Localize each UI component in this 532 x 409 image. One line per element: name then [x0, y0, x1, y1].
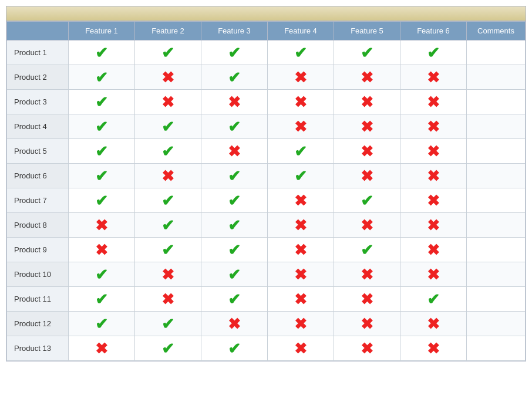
- header-product: [7, 22, 69, 40]
- cross-icon: [361, 119, 373, 134]
- cell-row5-col2: [135, 139, 201, 164]
- product-label: Product 1: [7, 40, 69, 65]
- cell-row4-col3: [201, 114, 268, 139]
- cell-row8-col2: [135, 213, 201, 238]
- cross-icon: [228, 316, 241, 332]
- cross-icon: [427, 94, 440, 110]
- cell-row10-col1: [69, 262, 135, 287]
- header-feature6: Feature 6: [400, 22, 467, 40]
- check-icon: [95, 119, 108, 134]
- cell-row3-col2: [135, 90, 201, 114]
- cross-icon: [95, 341, 108, 356]
- cell-row11-col3: [201, 287, 268, 312]
- cross-icon: [427, 341, 440, 356]
- comments-cell: [467, 213, 526, 238]
- cross-icon: [361, 218, 373, 233]
- cell-row7-col6: [400, 188, 467, 213]
- comments-cell: [467, 238, 526, 262]
- cell-row13-col4: [268, 336, 334, 361]
- check-icon: [95, 45, 108, 60]
- cross-icon: [294, 119, 307, 134]
- cross-icon: [427, 70, 440, 85]
- cell-row1-col6: [400, 40, 467, 65]
- cell-row6-col6: [400, 164, 467, 188]
- cross-icon: [361, 144, 373, 159]
- chart-wrapper: Feature 1 Feature 2 Feature 3 Feature 4 …: [6, 6, 526, 361]
- cell-row9-col3: [201, 238, 268, 262]
- check-icon: [228, 193, 241, 208]
- cell-row8-col3: [201, 213, 268, 238]
- check-icon: [228, 242, 241, 258]
- header-feature3: Feature 3: [201, 22, 268, 40]
- comments-cell: [467, 90, 526, 114]
- check-icon: [294, 144, 307, 159]
- cell-row8-col5: [334, 213, 400, 238]
- cell-row6-col2: [135, 164, 201, 188]
- check-icon: [228, 119, 241, 134]
- comments-cell: [467, 312, 526, 336]
- cross-icon: [161, 70, 174, 85]
- product-label: Product 6: [7, 164, 69, 188]
- cross-icon: [361, 316, 373, 332]
- cross-icon: [161, 168, 174, 184]
- check-icon: [161, 341, 174, 356]
- comments-cell: [467, 114, 526, 139]
- check-icon: [161, 144, 174, 159]
- cell-row4-col2: [135, 114, 201, 139]
- cell-row12-col5: [334, 312, 400, 336]
- cell-row10-col3: [201, 262, 268, 287]
- cross-icon: [294, 341, 307, 356]
- cell-row13-col5: [334, 336, 400, 361]
- table-row: Product 2: [7, 65, 526, 90]
- cell-row2-col5: [334, 65, 400, 90]
- table-row: Product 5: [7, 139, 526, 164]
- cell-row9-col1: [69, 238, 135, 262]
- table-row: Product 12: [7, 312, 526, 336]
- table-row: Product 1: [7, 40, 526, 65]
- cross-icon: [361, 94, 373, 110]
- cell-row6-col1: [69, 164, 135, 188]
- cell-row3-col1: [69, 90, 135, 114]
- product-label: Product 2: [7, 65, 69, 90]
- cross-icon: [228, 144, 241, 159]
- header-comments: Comments: [467, 22, 526, 40]
- product-label: Product 10: [7, 262, 69, 287]
- check-icon: [228, 292, 241, 307]
- cell-row4-col4: [268, 114, 334, 139]
- table-row: Product 4: [7, 114, 526, 139]
- cell-row5-col4: [268, 139, 334, 164]
- cell-row13-col6: [400, 336, 467, 361]
- cross-icon: [161, 267, 174, 282]
- cell-row7-col4: [268, 188, 334, 213]
- cell-row1-col1: [69, 40, 135, 65]
- cell-row12-col6: [400, 312, 467, 336]
- cross-icon: [427, 144, 440, 159]
- table-row: Product 8: [7, 213, 526, 238]
- cell-row1-col5: [334, 40, 400, 65]
- comments-cell: [467, 40, 526, 65]
- cross-icon: [361, 341, 373, 356]
- check-icon: [95, 168, 108, 184]
- cell-row3-col5: [334, 90, 400, 114]
- check-icon: [161, 45, 174, 60]
- comparison-table: Feature 1 Feature 2 Feature 3 Feature 4 …: [6, 21, 526, 361]
- check-icon: [294, 168, 307, 184]
- cross-icon: [294, 292, 307, 307]
- header-row: Feature 1 Feature 2 Feature 3 Feature 4 …: [7, 22, 526, 40]
- comments-cell: [467, 336, 526, 361]
- check-icon: [95, 292, 108, 307]
- cell-row7-col3: [201, 188, 268, 213]
- check-icon: [228, 168, 241, 184]
- comments-cell: [467, 164, 526, 188]
- cell-row13-col3: [201, 336, 268, 361]
- cross-icon: [95, 218, 108, 233]
- check-icon: [161, 119, 174, 134]
- cell-row5-col3: [201, 139, 268, 164]
- check-icon: [161, 218, 174, 233]
- cell-row10-col6: [400, 262, 467, 287]
- cross-icon: [427, 168, 440, 184]
- check-icon: [161, 316, 174, 332]
- cell-row8-col4: [268, 213, 334, 238]
- header-feature5: Feature 5: [334, 22, 400, 40]
- check-icon: [361, 242, 373, 258]
